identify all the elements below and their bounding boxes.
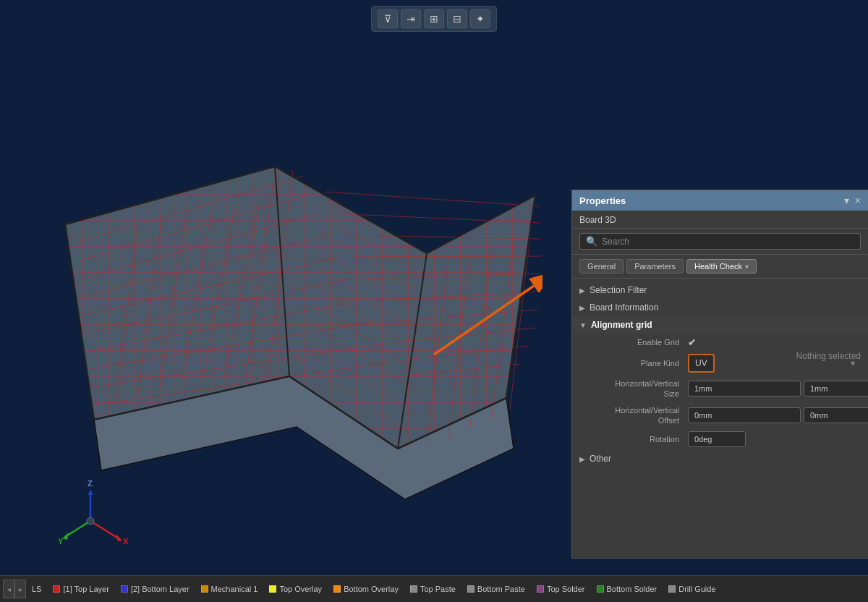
- plane-kind-label: Plane Kind: [587, 359, 688, 368]
- svg-text:Y: Y: [58, 537, 64, 546]
- svg-text:Z: Z: [88, 479, 93, 488]
- layer-bottom-paste-color: [467, 585, 475, 593]
- panel-subtitle: Board 3D: [572, 211, 868, 229]
- layer-bottom-label: [2] Bottom Layer: [131, 585, 190, 593]
- health-check-arrow-icon: ▾: [745, 263, 749, 271]
- panel-close-btn[interactable]: ×: [855, 195, 861, 206]
- grid-btn[interactable]: ⊞: [424, 9, 444, 28]
- rotation-row: Rotation: [572, 428, 868, 450]
- layer-item-bottom-solder[interactable]: Bottom Solder: [591, 576, 663, 602]
- plane-kind-select[interactable]: UV XY XZ YZ: [688, 354, 715, 373]
- design-btn[interactable]: ✦: [470, 9, 490, 28]
- vertical-size-input[interactable]: [804, 381, 868, 397]
- layer-top-solder-color: [537, 585, 544, 593]
- search-input-wrap[interactable]: 🔍: [579, 233, 861, 250]
- layer-drill-guide-color: [668, 585, 676, 593]
- panel-content: ▶ Selection Filter ▶ Board Information ▼…: [572, 279, 868, 558]
- layer-top-label: [1] Top Layer: [63, 585, 109, 593]
- enable-grid-label: Enable Grid: [587, 338, 688, 347]
- selection-filter-label: Selection Filter: [590, 285, 647, 295]
- hz-vt-size-label: Horizontal/VerticalSize: [587, 378, 688, 399]
- layer-top-color: [53, 585, 60, 593]
- tab-general[interactable]: General: [579, 259, 624, 274]
- layer-item-bottom-overlay[interactable]: Bottom Overlay: [328, 576, 404, 602]
- route-btn[interactable]: ⇥: [401, 9, 421, 28]
- layer-scroll-right-btn[interactable]: ▸: [14, 580, 26, 598]
- panel-title: Properties: [579, 195, 626, 206]
- axis-indicator: X Y Z: [58, 479, 129, 546]
- hz-vt-offset-row: Horizontal/VerticalOffset: [572, 402, 868, 429]
- panel-controls: ▾ ×: [844, 195, 861, 206]
- layer-top-overlay-label: Top Overlay: [279, 585, 322, 593]
- layer-mech1-label: Mechanical 1: [211, 585, 258, 593]
- board-3d-view: X Y Z X: [22, 29, 542, 550]
- horizontal-size-input[interactable]: [688, 381, 801, 397]
- alignment-grid-section: ▼ Alignment grid Enable Grid ✔ Plane Kin…: [572, 316, 868, 450]
- svg-text:X: X: [123, 537, 129, 546]
- other-arrow-icon: ▶: [579, 455, 585, 463]
- alignment-grid-label: Alignment grid: [591, 320, 652, 330]
- layer-item-bottom-paste[interactable]: Bottom Paste: [461, 576, 531, 602]
- enable-grid-checkbox[interactable]: ✔: [688, 336, 697, 348]
- layer-top-overlay-color: [269, 585, 276, 593]
- layer-item-ls[interactable]: LS: [26, 576, 47, 602]
- layer-item-drill-guide[interactable]: Drill Guide: [663, 576, 721, 602]
- search-bar: 🔍: [572, 229, 868, 255]
- layer-drill-guide-label: Drill Guide: [678, 585, 715, 593]
- rotation-input[interactable]: [688, 431, 746, 447]
- layer-bottom-solder-color: [597, 585, 604, 593]
- vertical-offset-input[interactable]: [804, 407, 868, 423]
- bottom-layer-bar: ◂ ▸ LS [1] Top Layer [2] Bottom Layer Me…: [0, 575, 868, 602]
- layer-top-paste-label: Top Paste: [420, 585, 456, 593]
- layer-item-top-overlay[interactable]: Top Overlay: [263, 576, 328, 602]
- other-section[interactable]: ▶ Other: [572, 450, 868, 467]
- layer-item-bottom[interactable]: [2] Bottom Layer: [115, 576, 195, 602]
- search-icon: 🔍: [586, 236, 597, 247]
- hz-vt-size-row: Horizontal/VerticalSize: [572, 376, 868, 402]
- layer-item-top-solder[interactable]: Top Solder: [531, 576, 591, 602]
- panel-tabs: General Parameters Health Check ▾: [572, 255, 868, 279]
- alignment-grid-header[interactable]: ▼ Alignment grid: [572, 316, 868, 334]
- size-input-pair: [688, 381, 868, 397]
- layer-top-paste-color: [410, 585, 417, 593]
- enable-grid-row: Enable Grid ✔: [572, 334, 868, 351]
- svg-line-14: [326, 192, 539, 206]
- layer-bottom-solder-label: Bottom Solder: [607, 585, 658, 593]
- panel-header: Properties ▾ ×: [572, 190, 868, 211]
- svg-point-56: [87, 517, 94, 525]
- layer-mech1-color: [201, 585, 208, 593]
- offset-input-pair: [688, 407, 868, 423]
- board-info-arrow-icon: ▶: [579, 304, 585, 312]
- board-information-label: Board Information: [590, 302, 658, 313]
- layer-btn[interactable]: ⊟: [447, 9, 467, 28]
- properties-panel: Properties ▾ × Board 3D 🔍 General Parame…: [571, 190, 868, 559]
- layer-item-top[interactable]: [1] Top Layer: [47, 576, 114, 602]
- svg-marker-55: [62, 533, 69, 540]
- nothing-selected-status: Nothing selected: [796, 351, 861, 361]
- tab-health-check[interactable]: Health Check ▾: [686, 259, 757, 274]
- tab-parameters[interactable]: Parameters: [626, 259, 684, 274]
- other-label: Other: [590, 454, 611, 464]
- board-information-section[interactable]: ▶ Board Information: [572, 299, 868, 316]
- selection-filter-section[interactable]: ▶ Selection Filter: [572, 281, 868, 299]
- horizontal-offset-input[interactable]: [688, 407, 801, 423]
- svg-marker-51: [88, 489, 93, 495]
- rotation-label: Rotation: [587, 435, 688, 444]
- panel-pin-btn[interactable]: ▾: [844, 195, 849, 206]
- layer-item-top-paste[interactable]: Top Paste: [404, 576, 461, 602]
- layer-scroll-left-btn[interactable]: ◂: [3, 580, 14, 598]
- layer-bottom-overlay-label: Bottom Overlay: [344, 585, 399, 593]
- top-toolbar: ⊽ ⇥ ⊞ ⊟ ✦: [371, 6, 497, 32]
- health-check-label: Health Check: [694, 262, 742, 271]
- search-input[interactable]: [602, 237, 854, 247]
- layer-item-mech1[interactable]: Mechanical 1: [195, 576, 264, 602]
- layer-ls-label: LS: [32, 585, 41, 593]
- selection-filter-arrow-icon: ▶: [579, 287, 585, 294]
- svg-line-52: [90, 521, 119, 539]
- hz-vt-offset-label: Horizontal/VerticalOffset: [587, 405, 688, 426]
- layer-bottom-overlay-color: [333, 585, 341, 593]
- filter-btn[interactable]: ⊽: [378, 9, 398, 28]
- layer-top-solder-label: Top Solder: [547, 585, 585, 593]
- svg-line-54: [65, 521, 90, 537]
- layer-bottom-color: [121, 585, 128, 593]
